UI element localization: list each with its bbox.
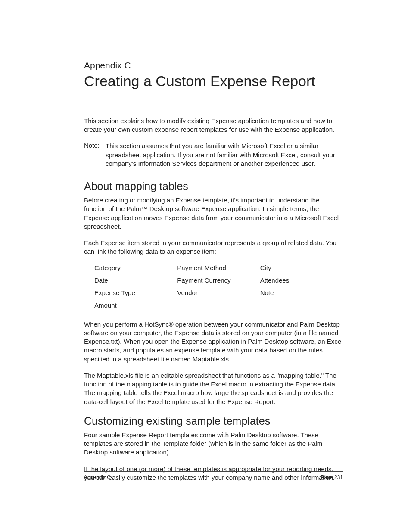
- table-cell: Amount: [94, 302, 177, 309]
- data-fields-table: Category Date Expense Type Amount Paymen…: [94, 264, 343, 314]
- appendix-label: Appendix C: [84, 60, 343, 71]
- table-column: Category Date Expense Type Amount: [94, 264, 177, 314]
- table-cell: Vendor: [177, 289, 260, 296]
- note-body: This section assumes that you are famili…: [106, 142, 343, 168]
- table-cell: Payment Currency: [177, 277, 260, 284]
- note-block: Note: This section assumes that you are …: [84, 142, 343, 168]
- table-cell: Payment Method: [177, 264, 260, 271]
- body-paragraph: Four sample Expense Report templates com…: [84, 431, 343, 457]
- table-cell: Expense Type: [94, 289, 177, 296]
- table-cell: City: [260, 264, 343, 271]
- body-paragraph: Each Expense item stored in your communi…: [84, 239, 343, 256]
- table-cell: Date: [94, 277, 177, 284]
- table-column: City Attendees Note: [260, 264, 343, 314]
- footer-left: Appendix C: [84, 474, 111, 480]
- table-cell: Category: [94, 264, 177, 271]
- body-paragraph: Before creating or modifying an Expense …: [84, 196, 343, 231]
- footer-right: Page 231: [321, 474, 343, 480]
- section-heading-customizing: Customizing existing sample templates: [84, 415, 343, 427]
- table-cell: Note: [260, 289, 343, 296]
- page-footer: Appendix C Page 231: [84, 471, 343, 480]
- section-heading-mapping: About mapping tables: [84, 180, 343, 193]
- page-title: Creating a Custom Expense Report: [84, 72, 343, 90]
- table-column: Payment Method Payment Currency Vendor: [177, 264, 260, 314]
- body-paragraph: When you perform a HotSync® operation be…: [84, 320, 343, 364]
- note-label: Note:: [84, 142, 106, 168]
- intro-paragraph: This section explains how to modify exis…: [84, 117, 343, 134]
- body-paragraph: The Maptable.xls file is an editable spr…: [84, 371, 343, 406]
- table-cell: Attendees: [260, 277, 343, 284]
- document-page: Appendix C Creating a Custom Expense Rep…: [0, 0, 411, 532]
